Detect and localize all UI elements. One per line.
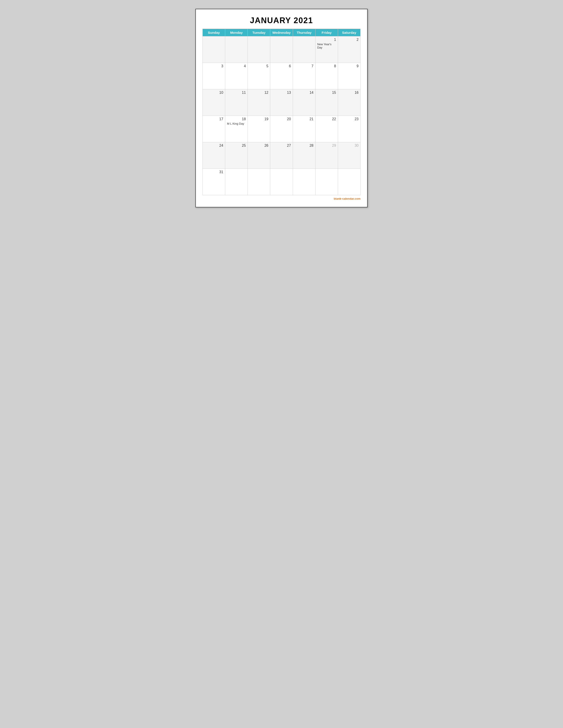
week-row-4: 1718M L King Day1920212223	[203, 116, 361, 142]
week-row-2: 3456789	[203, 63, 361, 89]
day-cell: 17	[203, 116, 225, 142]
day-number: 8	[317, 64, 336, 68]
day-number: 3	[204, 64, 223, 68]
day-cell: 21	[293, 116, 315, 142]
day-cell	[270, 36, 293, 63]
day-number: 4	[227, 64, 246, 68]
day-number: 13	[272, 91, 291, 95]
day-number: 15	[317, 91, 336, 95]
day-cell: 8	[315, 63, 338, 89]
header-cell-thursday: Thursday	[293, 29, 315, 36]
week-row-5: 24252627282930	[203, 142, 361, 169]
day-cell: 5	[248, 63, 270, 89]
day-number: 10	[204, 91, 223, 95]
day-cell: 1New Year's Day	[315, 36, 338, 63]
header-cell-wednesday: Wednesday	[270, 29, 293, 36]
day-cell	[315, 169, 338, 195]
day-number: 20	[272, 117, 291, 121]
day-number: 24	[204, 144, 223, 148]
week-row-6: 31	[203, 169, 361, 195]
calendar-title: JANUARY 2021	[202, 16, 361, 25]
day-cell: 19	[248, 116, 270, 142]
day-cell: 22	[315, 116, 338, 142]
day-cell	[293, 36, 315, 63]
day-number: 21	[295, 117, 314, 121]
day-cell: 3	[203, 63, 225, 89]
week-row-1: 1New Year's Day2	[203, 36, 361, 63]
day-cell: 27	[270, 142, 293, 169]
day-number: 12	[249, 91, 268, 95]
day-number: 29	[317, 144, 336, 148]
header-row: SundayMondayTuesdayWednesdayThursdayFrid…	[203, 29, 361, 36]
header-cell-saturday: Saturday	[338, 29, 360, 36]
day-number: 19	[249, 117, 268, 121]
day-number: 26	[249, 144, 268, 148]
day-cell: 13	[270, 89, 293, 116]
day-cell: 26	[248, 142, 270, 169]
day-cell: 31	[203, 169, 225, 195]
header-cell-monday: Monday	[225, 29, 248, 36]
day-cell	[248, 169, 270, 195]
day-number: 6	[272, 64, 291, 68]
day-cell	[225, 36, 248, 63]
day-number: 18	[227, 117, 246, 121]
day-number: 31	[204, 170, 223, 174]
week-row-3: 10111213141516	[203, 89, 361, 116]
holiday-label: New Year's Day	[317, 43, 336, 49]
day-cell: 16	[338, 89, 360, 116]
day-cell	[203, 36, 225, 63]
day-cell: 20	[270, 116, 293, 142]
day-cell: 30	[338, 142, 360, 169]
day-cell: 14	[293, 89, 315, 116]
day-number: 22	[317, 117, 336, 121]
day-cell: 7	[293, 63, 315, 89]
day-cell: 29	[315, 142, 338, 169]
holiday-label: M L King Day	[227, 122, 246, 125]
day-cell: 25	[225, 142, 248, 169]
day-number: 2	[340, 38, 359, 42]
day-cell: 10	[203, 89, 225, 116]
day-cell: 28	[293, 142, 315, 169]
day-number: 23	[340, 117, 359, 121]
footer: blank-calendar.com	[202, 197, 361, 200]
day-number: 9	[340, 64, 359, 68]
day-cell: 2	[338, 36, 360, 63]
day-cell: 12	[248, 89, 270, 116]
day-number: 28	[295, 144, 314, 148]
calendar-page: JANUARY 2021 SundayMondayTuesdayWednesda…	[195, 9, 368, 207]
header-cell-friday: Friday	[315, 29, 338, 36]
day-number: 27	[272, 144, 291, 148]
header-cell-sunday: Sunday	[203, 29, 225, 36]
day-cell: 15	[315, 89, 338, 116]
day-number: 11	[227, 91, 246, 95]
day-cell: 6	[270, 63, 293, 89]
day-number: 14	[295, 91, 314, 95]
day-cell: 23	[338, 116, 360, 142]
day-number: 17	[204, 117, 223, 121]
day-number: 16	[340, 91, 359, 95]
day-cell: 11	[225, 89, 248, 116]
day-cell	[270, 169, 293, 195]
day-cell	[338, 169, 360, 195]
day-number: 1	[317, 38, 336, 42]
day-number: 25	[227, 144, 246, 148]
calendar-table: SundayMondayTuesdayWednesdayThursdayFrid…	[202, 29, 361, 195]
day-number: 5	[249, 64, 268, 68]
header-cell-tuesday: Tuesday	[248, 29, 270, 36]
day-number: 7	[295, 64, 314, 68]
day-cell: 24	[203, 142, 225, 169]
day-cell: 4	[225, 63, 248, 89]
footer-link: blank-calendar.com	[334, 197, 361, 200]
day-number: 30	[340, 144, 359, 148]
day-cell	[248, 36, 270, 63]
day-cell: 18M L King Day	[225, 116, 248, 142]
day-cell	[293, 169, 315, 195]
day-cell: 9	[338, 63, 360, 89]
day-cell	[225, 169, 248, 195]
